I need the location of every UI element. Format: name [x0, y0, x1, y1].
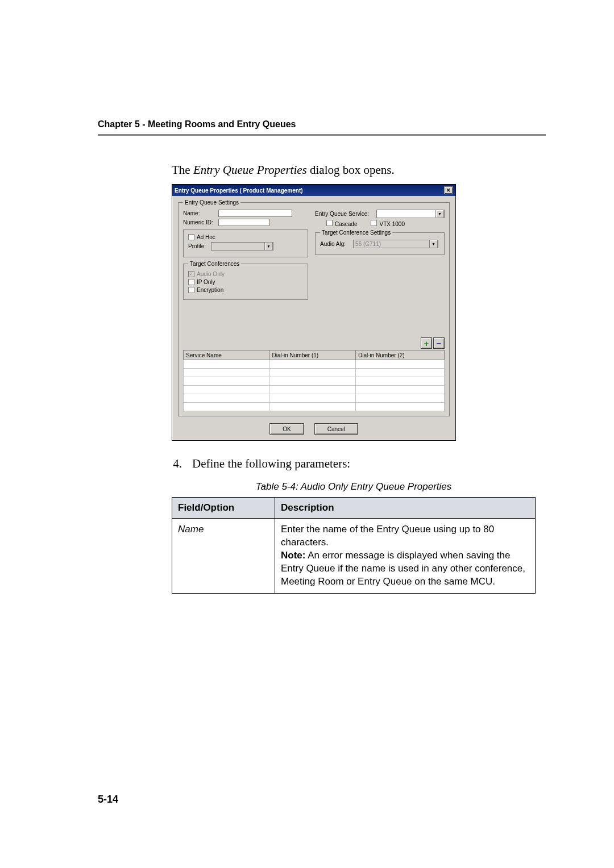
desc-line1: Enter the name of the Entry Queue using …	[281, 524, 494, 548]
profile-label: Profile:	[188, 243, 211, 249]
note-bold: Note:	[281, 550, 305, 561]
table-row[interactable]	[184, 377, 445, 386]
audio-alg-select: 56 (G711)▼	[353, 240, 438, 248]
table-row[interactable]	[184, 394, 445, 403]
ip-only-checkbox[interactable]	[188, 279, 194, 285]
note-text: An error message is displayed when savin…	[281, 550, 525, 587]
eq-service-label: Entry Queue Service:	[315, 211, 376, 217]
dialin-grid[interactable]: Service Name Dial-in Number (1) Dial-in …	[183, 350, 445, 411]
dialog-titlebar: Entry Queue Properties ( Product Managem…	[172, 185, 455, 196]
table-caption: Table 5-4: Audio Only Entry Queue Proper…	[172, 481, 536, 493]
page-number: 5-14	[98, 794, 118, 806]
target-conference-settings-legend: Target Conference Settings	[320, 229, 392, 236]
add-row-button[interactable]: +	[421, 337, 432, 349]
vtx-label: VTX 1000	[379, 221, 404, 227]
target-conferences-group: Target Conferences ✓Audio Only IP Only E…	[183, 261, 308, 300]
field-name: Name	[172, 519, 275, 594]
chevron-down-icon: ▼	[264, 242, 273, 251]
cancel-button[interactable]: Cancel	[314, 423, 358, 435]
name-label: Name:	[183, 210, 218, 216]
header-field-option: Field/Option	[172, 498, 275, 519]
col-dialin-2: Dial-in Number (2)	[355, 350, 444, 360]
audio-alg-value: 56 (G711)	[355, 241, 381, 247]
audio-only-checkbox: ✓	[188, 271, 194, 277]
entry-queue-settings-legend: Entry Queue Settings	[183, 199, 240, 206]
table-row[interactable]	[184, 403, 445, 411]
adhoc-label: Ad Hoc	[197, 234, 215, 240]
step-number: 4.	[172, 457, 182, 471]
step-text: Define the following parameters:	[192, 457, 350, 471]
table-row[interactable]	[184, 360, 445, 369]
col-service-name: Service Name	[184, 350, 269, 360]
vtx-checkbox[interactable]	[371, 220, 377, 226]
intro-text: The Entry Queue Properties dialog box op…	[172, 163, 536, 177]
eq-service-select[interactable]: ▼	[376, 210, 445, 218]
table-row: Field/Option Description	[172, 498, 536, 519]
entry-queue-settings-group: Entry Queue Settings Name: Numeric ID:	[178, 199, 450, 416]
close-icon[interactable]: ✕	[444, 186, 453, 194]
intro-italic: Entry Queue Properties	[193, 163, 307, 177]
audio-alg-label: Audio Alg:	[320, 241, 353, 247]
header-rule	[98, 134, 546, 136]
ip-only-label: IP Only	[197, 279, 215, 285]
field-description: Enter the name of the Entry Queue using …	[275, 519, 536, 594]
chapter-header: Chapter 5 - Meeting Rooms and Entry Queu…	[98, 119, 546, 130]
numeric-id-label: Numeric ID:	[183, 219, 218, 226]
adhoc-checkbox[interactable]	[188, 234, 194, 240]
encryption-label: Encryption	[197, 287, 223, 293]
cascade-label: Cascade	[335, 221, 357, 227]
table-row: Name Enter the name of the Entry Queue u…	[172, 519, 536, 594]
profile-select: ▼	[211, 242, 273, 251]
entry-queue-properties-dialog: Entry Queue Properties ( Product Managem…	[172, 184, 456, 441]
intro-pre: The	[172, 163, 193, 177]
audio-only-label: Audio Only	[197, 271, 225, 277]
dialog-title: Entry Queue Properties ( Product Managem…	[175, 187, 303, 194]
name-field[interactable]	[218, 210, 292, 217]
table-row[interactable]	[184, 369, 445, 377]
target-conferences-legend: Target Conferences	[188, 261, 241, 267]
table-row[interactable]	[184, 386, 445, 394]
properties-table: Field/Option Description Name Enter the …	[172, 497, 536, 594]
intro-post: dialog box opens.	[307, 163, 395, 177]
remove-row-button[interactable]: −	[433, 337, 445, 349]
header-description: Description	[275, 498, 536, 519]
target-conference-settings-group: Target Conference Settings Audio Alg: 56…	[315, 229, 445, 255]
step-4: 4. Define the following parameters:	[172, 457, 536, 471]
ok-button[interactable]: OK	[269, 423, 304, 435]
col-dialin-1: Dial-in Number (1)	[269, 350, 355, 360]
numeric-id-field[interactable]	[218, 219, 269, 226]
table-row: Service Name Dial-in Number (1) Dial-in …	[184, 350, 445, 360]
chevron-down-icon[interactable]: ▼	[435, 210, 444, 218]
chevron-down-icon: ▼	[429, 240, 438, 248]
encryption-checkbox[interactable]	[188, 287, 194, 293]
cascade-checkbox[interactable]	[326, 220, 333, 226]
adhoc-group: Ad Hoc Profile: ▼	[183, 229, 308, 257]
